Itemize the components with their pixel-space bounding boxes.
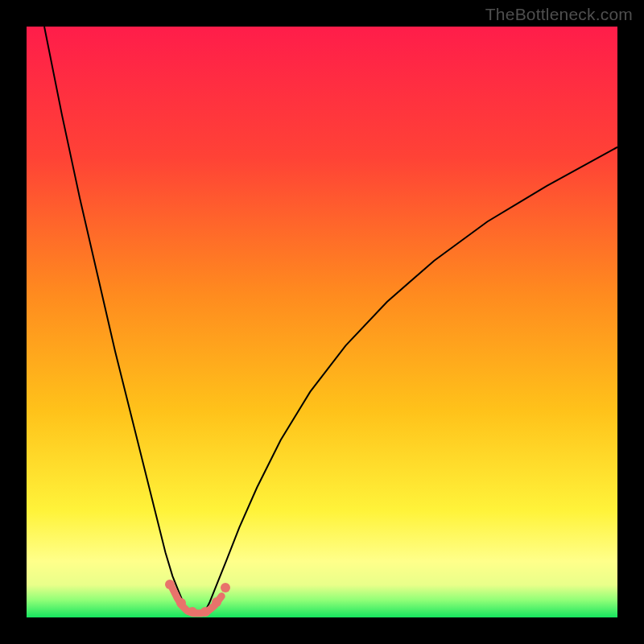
watermark-text: TheBottleneck.com: [485, 5, 633, 24]
marker-dot: [221, 583, 230, 592]
curve-layer: [27, 27, 617, 617]
series-right-branch: [204, 147, 617, 614]
chart-stage: TheBottleneck.com: [0, 0, 644, 644]
series-left-branch: [44, 27, 190, 614]
marker-dot: [212, 597, 221, 607]
plot-area: [27, 27, 617, 617]
